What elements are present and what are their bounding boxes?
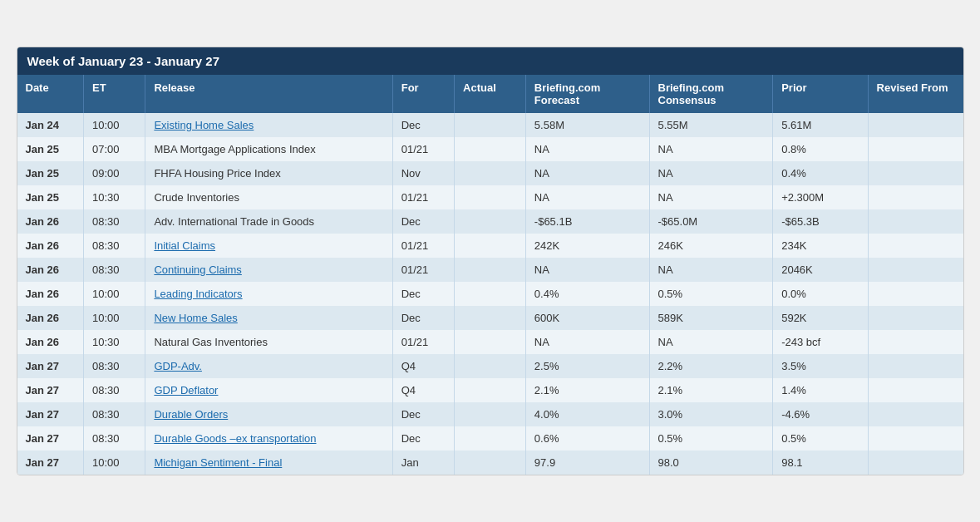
- table-row: Jan 2708:30Durable OrdersDec4.0%3.0%-4.6…: [17, 402, 963, 426]
- cell-prior: 0.4%: [773, 161, 868, 185]
- release-link[interactable]: Durable Orders: [154, 408, 228, 421]
- cell-date: Jan 25: [17, 137, 84, 161]
- cell-revised-from: [868, 426, 963, 451]
- col-header-et: ET: [84, 75, 145, 113]
- cell-revised-from: [868, 306, 963, 330]
- cell-release: GDP-Adv.: [145, 354, 392, 378]
- cell-prior: 0.5%: [773, 426, 868, 451]
- cell-revised-from: [868, 282, 963, 306]
- cell-actual: [455, 451, 526, 475]
- cell-prior: 2046K: [773, 258, 868, 282]
- table-row: Jan 2710:00Michigan Sentiment - FinalJan…: [17, 451, 963, 475]
- cell-et: 10:30: [84, 185, 145, 209]
- cell-briefing-forecast: NA: [525, 185, 649, 209]
- cell-date: Jan 24: [17, 113, 84, 137]
- cell-date: Jan 27: [17, 402, 84, 426]
- cell-for: Q4: [392, 354, 454, 378]
- release-link[interactable]: Durable Goods –ex transportation: [154, 432, 316, 445]
- cell-prior: 592K: [773, 306, 868, 330]
- cell-et: 10:00: [84, 451, 145, 475]
- release-link[interactable]: Continuing Claims: [154, 263, 242, 276]
- cell-et: 08:30: [84, 258, 145, 282]
- table-row: Jan 2507:00MBA Mortgage Applications Ind…: [17, 137, 963, 161]
- cell-date: Jan 27: [17, 426, 84, 451]
- economic-calendar-table: Week of January 23 - January 27 Date ET …: [17, 47, 964, 475]
- cell-date: Jan 25: [17, 161, 84, 185]
- cell-briefing-forecast: 97.9: [525, 451, 649, 475]
- col-header-release: Release: [145, 75, 392, 113]
- cell-et: 08:30: [84, 234, 145, 258]
- cell-prior: 3.5%: [773, 354, 868, 378]
- cell-et: 09:00: [84, 161, 145, 185]
- cell-prior: +2.300M: [773, 185, 868, 209]
- table-row: Jan 2610:30Natural Gas Inventories01/21N…: [17, 330, 963, 354]
- cell-release: New Home Sales: [145, 306, 392, 330]
- table-row: Jan 2708:30Durable Goods –ex transportat…: [17, 426, 963, 451]
- cell-for: 01/21: [392, 234, 454, 258]
- cell-actual: [455, 378, 526, 402]
- cell-revised-from: [868, 330, 963, 354]
- col-header-briefing-consensus: Briefing.com Consensus: [649, 75, 773, 113]
- release-link[interactable]: Existing Home Sales: [154, 119, 254, 131]
- cell-revised-from: [868, 402, 963, 426]
- col-header-prior: Prior: [773, 75, 868, 113]
- cell-date: Jan 25: [17, 185, 84, 209]
- week-header: Week of January 23 - January 27: [17, 47, 963, 75]
- cell-release: Natural Gas Inventories: [145, 330, 392, 354]
- cell-date: Jan 26: [17, 306, 84, 330]
- cell-briefing-forecast: 0.4%: [525, 282, 649, 306]
- cell-release: Durable Goods –ex transportation: [145, 426, 392, 451]
- cell-release: GDP Deflator: [145, 378, 392, 402]
- release-link[interactable]: GDP-Adv.: [154, 360, 202, 372]
- cell-et: 10:00: [84, 113, 145, 137]
- cell-et: 08:30: [84, 378, 145, 402]
- cell-revised-from: [868, 113, 963, 137]
- table-row: Jan 2509:00FHFA Housing Price IndexNovNA…: [17, 161, 963, 185]
- cell-briefing-consensus: 5.55M: [649, 113, 773, 137]
- cell-prior: 0.0%: [773, 282, 868, 306]
- cell-briefing-consensus: 589K: [649, 306, 773, 330]
- cell-briefing-consensus: NA: [649, 258, 773, 282]
- table-header-row: Date ET Release For Actual Briefing.com …: [17, 75, 963, 113]
- cell-actual: [455, 185, 526, 209]
- release-link[interactable]: Leading Indicators: [154, 288, 242, 300]
- cell-revised-from: [868, 378, 963, 402]
- table-row: Jan 2708:30GDP-Adv.Q42.5%2.2%3.5%: [17, 354, 963, 378]
- release-link[interactable]: New Home Sales: [154, 312, 237, 324]
- cell-et: 07:00: [84, 137, 145, 161]
- col-header-briefing-forecast: Briefing.com Forecast: [525, 75, 649, 113]
- cell-revised-from: [868, 354, 963, 378]
- cell-et: 08:30: [84, 354, 145, 378]
- table-row: Jan 2610:00Leading IndicatorsDec0.4%0.5%…: [17, 282, 963, 306]
- col-header-date: Date: [17, 75, 84, 113]
- cell-date: Jan 27: [17, 451, 84, 475]
- release-link[interactable]: GDP Deflator: [154, 384, 218, 396]
- cell-briefing-consensus: NA: [649, 161, 773, 185]
- cell-prior: 5.61M: [773, 113, 868, 137]
- cell-briefing-consensus: 98.0: [649, 451, 773, 475]
- cell-actual: [455, 426, 526, 451]
- cell-for: Nov: [392, 161, 454, 185]
- release-link[interactable]: Michigan Sentiment - Final: [154, 456, 282, 469]
- cell-briefing-consensus: 2.1%: [649, 378, 773, 402]
- cell-briefing-consensus: 3.0%: [649, 402, 773, 426]
- cell-release: Michigan Sentiment - Final: [145, 451, 392, 475]
- cell-release: Adv. International Trade in Goods: [145, 209, 392, 234]
- cell-release: Initial Claims: [145, 234, 392, 258]
- cell-briefing-forecast: -$65.1B: [525, 209, 649, 234]
- cell-briefing-consensus: 2.2%: [649, 354, 773, 378]
- cell-prior: 0.8%: [773, 137, 868, 161]
- cell-date: Jan 26: [17, 282, 84, 306]
- cell-revised-from: [868, 209, 963, 234]
- cell-prior: 98.1: [773, 451, 868, 475]
- cell-revised-from: [868, 137, 963, 161]
- cell-briefing-consensus: -$65.0M: [649, 209, 773, 234]
- table-row: Jan 2410:00Existing Home SalesDec5.58M5.…: [17, 113, 963, 137]
- cell-for: 01/21: [392, 137, 454, 161]
- cell-briefing-forecast: NA: [525, 161, 649, 185]
- release-link[interactable]: Initial Claims: [154, 239, 215, 252]
- cell-briefing-forecast: NA: [525, 330, 649, 354]
- cell-date: Jan 26: [17, 330, 84, 354]
- cell-release: Leading Indicators: [145, 282, 392, 306]
- cell-actual: [455, 161, 526, 185]
